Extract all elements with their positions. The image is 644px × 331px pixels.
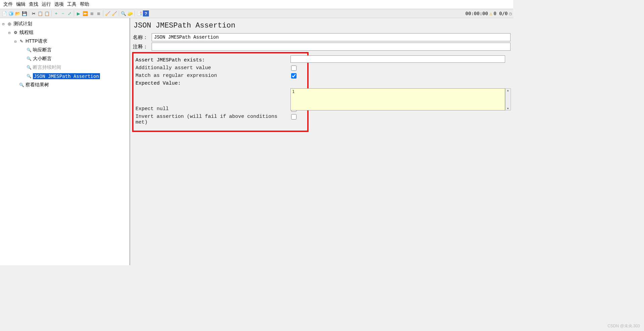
- tree-node-view-results-tree[interactable]: 🔍 察看结果树: [1, 81, 129, 89]
- clear-icon[interactable]: 🧹: [105, 10, 111, 16]
- editor-panel: JSON JMESPath Assertion 名称： 注释： Assert J…: [130, 18, 513, 265]
- cut-icon[interactable]: ✂: [31, 10, 37, 16]
- tree-label: 响应断言: [33, 47, 52, 53]
- copy-icon[interactable]: 📋: [37, 10, 43, 16]
- tree-node-jmespath-assertion[interactable]: 🔍 JSON JMESPath Assertion: [1, 72, 129, 81]
- match-regex-row: Match as regular expression: [136, 73, 305, 79]
- expected-value-label: Expected Value:: [136, 81, 291, 86]
- gear-icon: ⚙: [13, 30, 18, 35]
- shutdown-icon[interactable]: ⏹: [96, 10, 102, 16]
- invert-label: Invert assertion (will fail if above con…: [136, 114, 291, 125]
- toolbar-status: 00:00:00 ⚠ 0 0/0 ◷: [466, 11, 512, 16]
- warning-icon[interactable]: ⚠: [489, 11, 492, 16]
- function-helper-icon[interactable]: 📑: [136, 10, 142, 16]
- additionally-assert-checkbox[interactable]: [291, 65, 297, 71]
- tree-label: 线程组: [19, 30, 34, 36]
- collapse-icon[interactable]: ⊟: [13, 40, 17, 43]
- assertion-options-highlight: Assert JMESPath exists: Additionally ass…: [132, 52, 309, 132]
- pipette-icon: ✎: [19, 39, 24, 44]
- elapsed-time: 00:00:00: [466, 11, 488, 16]
- scrollbar[interactable]: ▴ ▾: [505, 88, 511, 110]
- start-no-pause-icon[interactable]: ⏩: [82, 10, 88, 16]
- magnifier-icon: 🔍: [26, 47, 32, 53]
- match-regex-label: Match as regular expression: [136, 73, 291, 79]
- magnifier-icon: 🔍: [26, 74, 32, 79]
- expect-null-label: Expect null: [136, 106, 291, 112]
- invert-checkbox[interactable]: [291, 114, 297, 120]
- thread-counts: 0 0/0: [493, 11, 507, 16]
- comment-label: 注释：: [133, 44, 152, 50]
- menu-file[interactable]: 文件: [2, 1, 14, 8]
- comment-row: 注释：: [133, 43, 511, 51]
- menu-run[interactable]: 运行: [40, 1, 52, 8]
- tree-node-http-request[interactable]: ⊟ ✎ HTTP请求: [1, 37, 129, 46]
- toolbar: 📄 🧊 📂 💾 ✂ 📋 📋 ＋ － ⤢ ▶ ⏩ ⏹ ⏹ 🧹 🧹 🔍 🧽 📑 ? …: [0, 9, 513, 18]
- menu-bar: 文件 编辑 查找 运行 选项 工具 帮助: [0, 0, 513, 9]
- tree-label: JSON JMESPath Assertion: [33, 73, 100, 79]
- collapse-icon[interactable]: ⊟: [7, 31, 11, 35]
- stop-icon[interactable]: ⏹: [89, 10, 95, 16]
- separator: [119, 10, 119, 16]
- help-icon[interactable]: ?: [143, 10, 149, 16]
- assert-exists-row: Assert JMESPath exists:: [136, 57, 305, 63]
- clear-all-icon[interactable]: 🧹: [111, 10, 117, 16]
- new-icon[interactable]: 📄: [1, 10, 7, 16]
- additionally-assert-label: Additionally assert value: [136, 65, 291, 71]
- tree-node-thread-group[interactable]: ⊟ ⚙ 线程组: [1, 28, 129, 37]
- expected-value-row: Expected Value:: [136, 81, 305, 104]
- tree-node-test-plan[interactable]: ⊟ ◎ 测试计划: [1, 19, 129, 28]
- templates-icon[interactable]: 🧊: [8, 10, 14, 16]
- scroll-up-icon[interactable]: ▴: [507, 89, 509, 92]
- magnifier-icon: 🔍: [26, 65, 32, 70]
- collapse-icon[interactable]: ⊟: [1, 22, 5, 26]
- assert-exists-label: Assert JMESPath exists:: [136, 57, 291, 63]
- separator: [135, 10, 135, 16]
- expect-null-row: Expect null: [136, 106, 305, 112]
- magnifier-icon: 🔍: [26, 56, 32, 61]
- comment-input[interactable]: [152, 43, 511, 51]
- reset-search-icon[interactable]: 🧽: [127, 10, 133, 16]
- jmespath-input[interactable]: [290, 55, 505, 63]
- name-label: 名称：: [133, 34, 152, 41]
- tree-label: HTTP请求: [25, 38, 47, 44]
- name-row: 名称：: [133, 33, 511, 41]
- tree-label: 断言持续时间: [33, 64, 61, 70]
- expected-value-textarea[interactable]: 1: [290, 88, 505, 110]
- panel-title: JSON JMESPath Assertion: [133, 21, 511, 30]
- separator: [29, 10, 29, 16]
- paste-icon[interactable]: 📋: [44, 10, 50, 16]
- menu-search[interactable]: 查找: [28, 1, 40, 8]
- name-input[interactable]: [152, 33, 511, 41]
- tree-node-response-assertion[interactable]: 🔍 响应断言: [1, 46, 129, 54]
- expand-icon[interactable]: ⤢: [66, 10, 72, 16]
- menu-edit[interactable]: 编辑: [15, 1, 27, 8]
- separator: [74, 10, 74, 16]
- additionally-assert-row: Additionally assert value: [136, 65, 305, 71]
- match-regex-checkbox[interactable]: [291, 73, 297, 79]
- menu-tools[interactable]: 工具: [66, 1, 78, 8]
- main-split: ⊟ ◎ 测试计划 ⊟ ⚙ 线程组 ⊟ ✎ HTTP请求 🔍 响应断言 🔍 大小断…: [0, 18, 513, 265]
- gauge-icon: ◷: [509, 11, 512, 16]
- invert-row: Invert assertion (will fail if above con…: [136, 114, 305, 125]
- menu-help[interactable]: 帮助: [78, 1, 91, 8]
- testplan-icon: ◎: [7, 21, 12, 27]
- separator: [103, 10, 103, 16]
- tree-node-duration-assertion[interactable]: 🔍 断言持续时间: [1, 63, 129, 72]
- save-icon[interactable]: 💾: [21, 10, 28, 16]
- tree-node-size-assertion[interactable]: 🔍 大小断言: [1, 54, 129, 63]
- menu-options[interactable]: 选项: [53, 1, 65, 8]
- tree-label: 测试计划: [13, 21, 32, 27]
- start-icon[interactable]: ▶: [75, 10, 82, 16]
- open-icon[interactable]: 📂: [15, 10, 21, 16]
- search-icon[interactable]: 🔍: [120, 10, 126, 16]
- separator: [51, 10, 52, 16]
- remove-icon[interactable]: －: [60, 10, 66, 16]
- add-icon[interactable]: ＋: [53, 10, 59, 16]
- tree-label: 大小断言: [33, 56, 52, 62]
- magnifier-icon: 🔍: [19, 82, 24, 88]
- scroll-down-icon[interactable]: ▾: [507, 107, 509, 110]
- tree-label: 察看结果树: [25, 82, 49, 88]
- test-plan-tree[interactable]: ⊟ ◎ 测试计划 ⊟ ⚙ 线程组 ⊟ ✎ HTTP请求 🔍 响应断言 🔍 大小断…: [0, 18, 130, 265]
